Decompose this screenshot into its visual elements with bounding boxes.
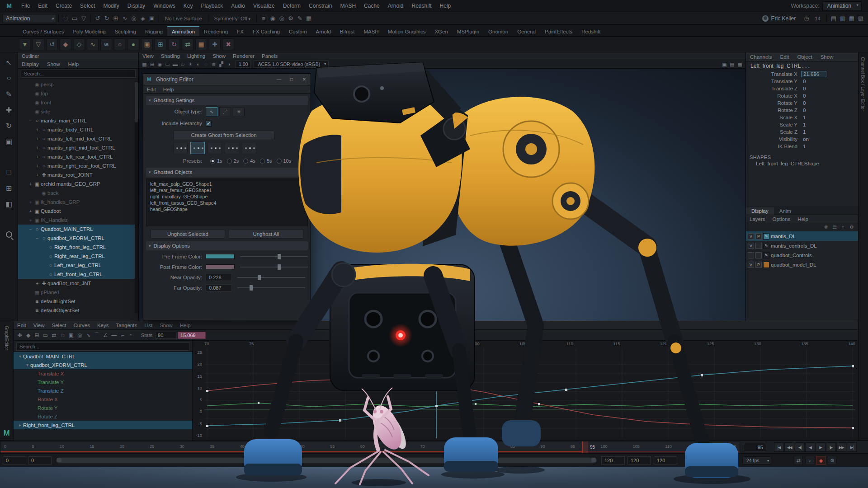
- user-account[interactable]: Eric Keller: [762, 15, 796, 22]
- attribute-value[interactable]: 21.696: [801, 71, 826, 77]
- go-to-end-button[interactable]: ▶|: [847, 442, 857, 452]
- create-ghost-button[interactable]: Create Ghost from Selection: [173, 131, 274, 140]
- display-layer-row[interactable]: ✎ quadbot_Controls: [746, 250, 858, 260]
- outliner-search-input[interactable]: [21, 70, 136, 78]
- outliner-item[interactable]: ○ Right_front_leg_CTRL: [18, 243, 138, 252]
- graph-editor-menu-item[interactable]: Edit: [14, 323, 30, 328]
- motion-blur-icon[interactable]: ≋: [210, 61, 217, 68]
- preset-radio[interactable]: [260, 159, 265, 164]
- outliner-item[interactable]: + ✚ mantis_root_JOINT: [18, 170, 138, 179]
- expand-toggle[interactable]: +: [34, 281, 40, 286]
- range-slider[interactable]: [55, 457, 598, 464]
- ghost-type-keyframes-icon[interactable]: ∿: [206, 107, 217, 116]
- menu-item[interactable]: Create: [52, 3, 76, 9]
- zoom-tool-icon[interactable]: [3, 228, 15, 241]
- near-opacity-slider[interactable]: [237, 277, 305, 278]
- expand-toggle[interactable]: ▸: [17, 422, 23, 427]
- layer-editor-tab[interactable]: Anim: [774, 207, 797, 215]
- range-end-field[interactable]: 120: [627, 456, 651, 465]
- symmetry-selector[interactable]: Symmetry: Off: [214, 16, 250, 21]
- layer-color-swatch[interactable]: [763, 262, 769, 268]
- shape-node-name[interactable]: Left_front_leg_CTRLShape: [746, 161, 858, 168]
- outliner-item[interactable]: ▦ pPlane1: [18, 288, 138, 297]
- menu-set-selector[interactable]: Animation: [3, 14, 56, 23]
- save-scene-icon[interactable]: ▽: [79, 14, 88, 23]
- far-opacity-field[interactable]: 0.087: [206, 284, 232, 291]
- shelf-bake-icon[interactable]: ▦: [195, 38, 207, 50]
- ghosted-object-item[interactable]: left_rear_femur_GEOShape1: [146, 187, 307, 193]
- fps-selector[interactable]: 24 fps: [742, 456, 771, 465]
- sound-icon[interactable]: ♪: [805, 456, 814, 465]
- ghosted-objects-list[interactable]: left_max_palp_GEO_Shape1left_rear_femur_…: [146, 178, 308, 226]
- expand-toggle[interactable]: ▾: [24, 362, 30, 367]
- layer-playback-toggle[interactable]: P: [755, 233, 762, 239]
- move-tool-icon[interactable]: ✚: [3, 103, 15, 116]
- graph-editor-curve-view[interactable]: 707580859095100105110115120125130135140 …: [193, 341, 858, 441]
- paint-select-tool-icon[interactable]: ✎: [3, 88, 15, 100]
- render-settings-icon[interactable]: ⚙: [286, 14, 295, 23]
- graph-editor-menu-item[interactable]: Curves: [70, 323, 94, 328]
- outliner-item[interactable]: + ▣ orchid mantis_GEO_GRP: [18, 179, 138, 188]
- shelf-tab[interactable]: Rigging: [141, 27, 167, 36]
- outliner-pane-layout-icon[interactable]: ◧: [3, 197, 15, 210]
- linear-tangent-icon[interactable]: ∠: [101, 331, 110, 339]
- grid-toggle-icon[interactable]: ⊞: [148, 61, 156, 68]
- channel-box-menu-item[interactable]: Object: [793, 54, 816, 60]
- graph-editor-menu-item[interactable]: Keys: [94, 323, 113, 328]
- graph-editor-channel-row[interactable]: Rotate X: [14, 395, 192, 404]
- ao-icon[interactable]: ◌: [202, 61, 210, 68]
- graph-editor-channel-row[interactable]: Translate Y: [14, 378, 192, 386]
- outliner-item[interactable]: ○ Left_rear_leg_CTRL: [18, 261, 138, 270]
- attribute-value[interactable]: 0: [801, 79, 826, 84]
- outliner-item[interactable]: − ○ Quadbot_MAIN_CTRL: [18, 225, 138, 234]
- post-frame-color-slider[interactable]: [240, 267, 308, 267]
- dialog-menu-item[interactable]: Edit: [143, 87, 160, 92]
- step-tangent-icon[interactable]: ⌐: [118, 331, 127, 339]
- channel-attribute-row[interactable]: Rotate Z 0: [746, 107, 858, 114]
- menu-item[interactable]: Audio: [227, 3, 249, 9]
- graph-editor-channel-row[interactable]: ▾ quadbot_XFORM_CTRL: [14, 361, 192, 369]
- outliner-item[interactable]: + ▣ IK_Handles: [18, 216, 138, 225]
- shelf-set-key-icon[interactable]: ◆: [60, 38, 71, 50]
- outliner-item[interactable]: + ○ mantis_right_mid_foot_CTRL: [18, 143, 138, 152]
- display-options-header[interactable]: Display Options: [146, 241, 308, 250]
- range-end-field[interactable]: 120: [654, 456, 677, 465]
- ghosted-object-item[interactable]: head_GEOShape: [146, 206, 307, 212]
- render-icon[interactable]: ◉: [268, 14, 277, 23]
- step-forward-key-button[interactable]: ▶▶: [836, 442, 846, 452]
- menu-item[interactable]: MASH: [336, 3, 360, 9]
- layer-menu-item[interactable]: Layers: [746, 216, 769, 222]
- snap-point-icon[interactable]: ◎: [129, 14, 138, 23]
- stats-frame-field[interactable]: 90: [155, 332, 177, 339]
- scale-tool-icon[interactable]: ▣: [3, 135, 15, 148]
- layer-menu-item[interactable]: Options: [769, 216, 794, 222]
- shelf-tab[interactable]: XGen: [430, 27, 452, 36]
- graph-editor-menu-item[interactable]: Select: [48, 323, 70, 328]
- outliner-item[interactable]: − ○ mantis_main_CTRL: [18, 116, 138, 125]
- expand-toggle[interactable]: +: [34, 127, 40, 132]
- shelf-save-icon[interactable]: ▽: [33, 38, 44, 50]
- layer-color-swatch[interactable]: ✎: [763, 252, 769, 258]
- expand-toggle[interactable]: +: [28, 218, 33, 223]
- shelf-breakdown-icon[interactable]: ◇: [73, 38, 85, 50]
- ghosted-object-item[interactable]: left_front_tarsus_GEO_Shape4: [146, 200, 307, 206]
- outliner-item[interactable]: + ▣ Quadbot: [18, 206, 138, 216]
- layer-color-swatch[interactable]: ✎: [763, 233, 769, 239]
- lattice-deform-keys-icon[interactable]: ⊞: [33, 331, 41, 339]
- shelf-tab[interactable]: Animation: [167, 26, 199, 36]
- frame-all-icon[interactable]: □: [58, 331, 67, 339]
- preset-option[interactable]: 10s: [272, 158, 292, 164]
- xray-icon[interactable]: ▤: [728, 61, 736, 68]
- expand-toggle[interactable]: +: [34, 164, 40, 169]
- shelf-tab[interactable]: General: [513, 27, 540, 36]
- menu-item[interactable]: Visualize: [249, 3, 279, 9]
- channel-box-menu-item[interactable]: Edit: [776, 54, 793, 60]
- ghost-preset-custom[interactable]: [242, 142, 256, 154]
- shelf-tab[interactable]: PaintEffects: [540, 27, 577, 36]
- time-slider-track[interactable]: 0510152025303540455055606570758085909510…: [0, 441, 740, 454]
- menu-item[interactable]: Cache: [360, 3, 384, 9]
- ghost-preset-post-only[interactable]: [225, 142, 239, 154]
- menu-item[interactable]: Playback: [197, 3, 227, 9]
- modeling-toolkit-icon[interactable]: ▤: [829, 14, 838, 23]
- flat-tangent-icon[interactable]: —: [110, 331, 118, 339]
